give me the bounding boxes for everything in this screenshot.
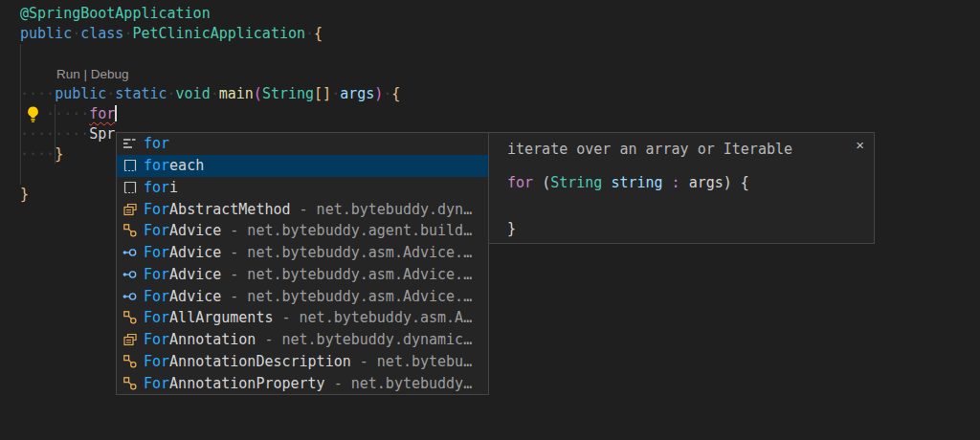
suggestion-item-foradvice[interactable]: ForAdvice - net.bytebuddy.asm.Advice.… <box>117 285 488 307</box>
suggestion-label: ForAllArguments <box>144 309 273 326</box>
suggestion-item-forannotationproperty[interactable]: ForAnnotationProperty - net.bytebuddy… <box>117 372 488 394</box>
doc-code-line: } <box>507 217 749 240</box>
code-line[interactable]: @SpringBootApplication <box>0 4 980 24</box>
code-line[interactable] <box>0 44 980 64</box>
code-token: · <box>383 85 391 102</box>
code-token <box>533 174 542 191</box>
code-token: · <box>211 85 219 102</box>
code-token: @SpringBootApplication <box>20 5 211 22</box>
suggestion-detail: - net.bytebuddy.asm.A… <box>273 309 472 326</box>
class-icon <box>122 223 138 238</box>
snippet-icon <box>122 158 138 173</box>
vscode-editor-window: { "colors": { "editor_background": "#1F1… <box>0 0 980 440</box>
class-icon <box>122 354 138 369</box>
suggestion-detail: - net.bytebu… <box>351 353 472 370</box>
interface-icon <box>122 267 138 282</box>
code-token: ····· <box>46 105 89 122</box>
doc-title: iterate over an array or Iterable <box>507 141 792 158</box>
code-token: · <box>167 85 176 102</box>
code-token: · <box>72 25 80 42</box>
codelens-separator: | <box>80 67 91 81</box>
code-token: · <box>331 85 340 102</box>
code-token: PetClinicApplication <box>132 25 305 42</box>
code-token: { <box>391 85 400 102</box>
suggest-widget: forforeachforiForAbstractMethod - net.by… <box>116 132 489 395</box>
code-token: [] <box>314 85 331 102</box>
code-token: args <box>340 85 374 102</box>
indent-guide <box>20 44 21 185</box>
suggest-list: forforeachforiForAbstractMethod - net.by… <box>117 133 488 394</box>
suggestion-item-forabstractmethod[interactable]: ForAbstractMethod - net.bytebuddy.dyn… <box>117 198 488 220</box>
code-token: public <box>55 85 106 102</box>
suggestion-label: ForAbstractMethod <box>144 201 291 218</box>
code-token: static <box>115 85 167 102</box>
suggestion-detail: - net.bytebuddy.agent.build… <box>221 222 472 239</box>
suggest-docs-panel: iterate over an array or Iterable × for … <box>488 132 875 244</box>
suggestion-detail: - net.bytebuddy… <box>325 375 473 392</box>
code-line[interactable]: public·class·PetClinicApplication·{ <box>0 24 980 44</box>
interface-icon <box>122 245 138 260</box>
code-token: ) <box>374 85 383 102</box>
suggestion-label: fori <box>144 179 178 196</box>
code-token: · <box>106 85 115 102</box>
close-icon[interactable]: × <box>856 137 864 154</box>
lightbulb-icon[interactable] <box>24 105 42 123</box>
suggestion-detail: - net.bytebuddy.asm.Advice.… <box>221 266 472 283</box>
code-token: } <box>55 145 63 163</box>
code-line[interactable]: ····public·static·void·main(String[]·arg… <box>0 84 980 104</box>
codelens-run-link[interactable]: Run <box>56 67 80 81</box>
text-cursor <box>115 105 117 121</box>
suggestion-label: ForAdvice <box>144 222 221 239</box>
suggestion-label: for <box>144 135 169 152</box>
suggestion-item-foradvice[interactable]: ForAdvice - net.bytebuddy.asm.Advice.… <box>117 264 488 286</box>
suggestion-item-fori[interactable]: fori <box>117 177 488 199</box>
code-token: for <box>507 174 533 191</box>
code-token: ( <box>542 174 550 191</box>
class-icon <box>122 376 138 391</box>
interface-icon <box>122 289 138 304</box>
suggestion-label: ForAnnotationDescription <box>144 353 351 370</box>
code-token: public <box>20 25 72 42</box>
code-token: { <box>314 25 323 42</box>
suggestion-item-foradvice[interactable]: ForAdvice - net.bytebuddy.asm.Advice.… <box>117 242 488 264</box>
code-token: class <box>80 25 123 42</box>
enum-icon <box>122 332 138 347</box>
keyword-icon <box>122 136 138 151</box>
code-token: for <box>89 105 115 122</box>
suggestion-item-for[interactable]: for <box>117 133 488 155</box>
code-token: Spr <box>89 125 115 143</box>
suggestion-label: ForAnnotationProperty <box>144 375 325 392</box>
suggestion-item-foreach[interactable]: foreach <box>117 155 488 177</box>
suggestion-label: ForAnnotation <box>144 331 256 348</box>
code-token: ···· <box>20 85 55 102</box>
suggestion-detail: - net.bytebuddy.dynamic… <box>256 331 472 348</box>
suggestion-label: foreach <box>144 157 204 174</box>
doc-code-line <box>507 194 749 217</box>
class-icon <box>122 310 138 325</box>
code-token: args) { <box>689 174 749 191</box>
codelens-debug-link[interactable]: Debug <box>91 67 129 81</box>
suggestion-item-forannotationdescription[interactable]: ForAnnotationDescription - net.bytebu… <box>117 351 488 373</box>
code-token: void <box>176 85 211 102</box>
code-token: } <box>507 220 516 237</box>
suggestion-label: ForAdvice <box>144 266 221 283</box>
suggestion-detail: - net.bytebuddy.asm.Advice.… <box>221 244 472 261</box>
suggestion-item-forannotation[interactable]: ForAnnotation - net.bytebuddy.dynamic… <box>117 329 488 351</box>
codelens: Run | Debug <box>0 64 980 84</box>
suggestion-item-foradvice[interactable]: ForAdvice - net.bytebuddy.agent.build… <box>117 220 488 242</box>
code-line[interactable]: ·····for <box>0 104 980 124</box>
code-token: : <box>663 174 689 191</box>
code-token: string <box>611 174 662 191</box>
code-token: main <box>219 85 254 102</box>
doc-code-snippet: for (String string : args) {} <box>507 171 749 240</box>
suggestion-item-forallarguments[interactable]: ForAllArguments - net.bytebuddy.asm.A… <box>117 307 488 329</box>
code-token: · <box>305 25 314 42</box>
enum-icon <box>122 202 138 217</box>
suggestion-detail: - net.bytebuddy.dyn… <box>291 201 473 218</box>
doc-code-line: for (String string : args) { <box>507 171 749 194</box>
code-token: ( <box>254 85 262 102</box>
code-token: ···· <box>20 145 55 163</box>
indent-guide <box>55 104 56 164</box>
suggestion-label: ForAdvice <box>144 288 221 305</box>
code-token: String <box>550 174 602 191</box>
